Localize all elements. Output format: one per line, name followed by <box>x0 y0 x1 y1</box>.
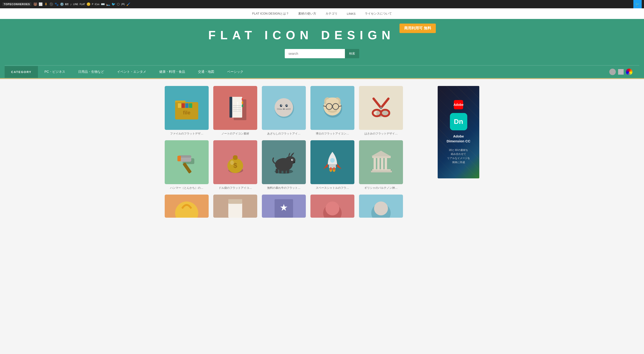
svg-point-21 <box>280 104 282 107</box>
list-item[interactable] <box>310 194 354 218</box>
svg-line-41 <box>381 99 388 108</box>
hero-title: FLAT ICON DESIGN <box>208 28 395 42</box>
hero-badge[interactable]: 商用利用可 無料 <box>400 23 436 33</box>
icon-smiley[interactable]: 😊 <box>86 2 90 6</box>
ad-block[interactable]: Adobe Dn Adobe Dimension CC 2Dと3Dの素材を 組み… <box>438 86 479 178</box>
list-item[interactable]: ギリシャのパルテノン神… <box>359 140 403 190</box>
svg-rect-62 <box>279 169 282 173</box>
icon-label: ハンマー（とんかち）の… <box>170 186 203 190</box>
category-bar: CATEGORY PC・ビジネス 日用品・生物など イベント・エンタメ 健康・料… <box>5 65 639 78</box>
category-basic[interactable]: ベーシック <box>221 66 250 78</box>
category-label[interactable]: CATEGORY <box>5 66 38 78</box>
svg-rect-61 <box>276 169 278 173</box>
icon-bear[interactable]: 🐻 <box>33 2 37 6</box>
nav-links[interactable]: LINKS <box>347 12 356 15</box>
icon-dot[interactable]: ⚫ <box>49 2 53 6</box>
category-pc[interactable]: PC・ビジネス <box>38 66 72 78</box>
icon-bird[interactable]: 🐦 <box>112 2 116 6</box>
icon-ec[interactable]: EC <box>65 3 69 5</box>
svg-point-23 <box>281 105 282 106</box>
twitter-icon: 🐦 <box>635 2 640 6</box>
category-transport[interactable]: 交通・地図 <box>192 66 221 78</box>
icon-music[interactable]: ♪ <box>70 2 72 6</box>
twitter-button[interactable]: 🐦 <box>633 0 642 8</box>
svg-point-57 <box>285 156 296 165</box>
icon-grid: file ファイルのフラットデザ… No <box>165 86 433 218</box>
icon-label: スペースシャトルのフラ… <box>316 186 349 190</box>
svg-rect-63 <box>283 169 286 173</box>
icon-game[interactable]: 🎮 <box>121 2 125 6</box>
icon-thumb-notebook: NoteBook <box>213 86 257 130</box>
adobe-logo-small: Adobe <box>454 100 463 109</box>
category-daily[interactable]: 日用品・生物など <box>72 66 110 78</box>
svg-rect-66 <box>329 164 336 168</box>
list-item[interactable]: ハンマー（とんかち）の… <box>165 140 209 190</box>
nav-category[interactable]: カテゴリ <box>326 11 338 16</box>
color-options <box>609 69 639 75</box>
list-item[interactable]: あざらしのフラットアイ… <box>262 86 306 136</box>
svg-rect-49 <box>178 156 181 161</box>
svg-rect-4 <box>182 103 185 108</box>
icon-thumb-scissors <box>359 86 403 130</box>
svg-point-88 <box>374 201 388 215</box>
svg-text:★: ★ <box>280 202 288 213</box>
icon-thumb-partial5 <box>359 194 403 218</box>
category-event[interactable]: イベント・エンタメ <box>110 66 153 78</box>
svg-rect-73 <box>371 171 392 172</box>
search-wrap: 検索 <box>5 49 639 58</box>
icon-flat[interactable]: FLAT <box>80 3 85 5</box>
list-item[interactable]: NoteBook ノートのアイコン素材 <box>213 86 257 136</box>
list-item[interactable]: ★ <box>262 194 306 218</box>
svg-line-40 <box>374 99 381 108</box>
list-item[interactable] <box>165 194 209 218</box>
search-button[interactable]: 検索 <box>345 49 359 58</box>
list-item[interactable] <box>213 194 257 218</box>
search-input[interactable] <box>285 49 345 58</box>
icon-paw[interactable]: 🐾 <box>54 2 58 6</box>
icon-p[interactable]: P <box>92 3 94 5</box>
hero-section: FLAT ICON DESIGN 商用利用可 無料 検索 CATEGORY PC… <box>0 19 644 78</box>
icon-icon[interactable]: iCon <box>95 3 100 5</box>
list-item[interactable]: 博士のフラットアイコン… <box>310 86 354 136</box>
svg-point-80 <box>175 201 198 218</box>
nav-usage[interactable]: 素材の使い方 <box>298 11 316 16</box>
icon-keyboard[interactable]: ⌨️ <box>101 2 105 6</box>
icon-brush[interactable]: 🖌️ <box>126 2 130 6</box>
svg-point-70 <box>333 167 335 170</box>
list-item[interactable]: file ファイルのフラットデザ… <box>165 86 209 136</box>
icon-label: ファイルのフラットデザ… <box>170 132 203 136</box>
icon-gear[interactable]: ⚙️ <box>60 2 64 6</box>
icon-copy[interactable]: ⬜ <box>39 2 42 6</box>
svg-text:NoteBook: NoteBook <box>236 102 239 112</box>
icon-hexagon[interactable]: ⬡ <box>117 2 120 6</box>
svg-point-65 <box>330 158 335 163</box>
list-item[interactable]: はさみのフラットデザイ… <box>359 86 403 136</box>
icon-line[interactable]: LINE <box>73 3 78 5</box>
icon-label: 無料の暴れ牛のフラット… <box>267 186 300 190</box>
list-item[interactable]: スペースシャトルのフラ… <box>310 140 354 190</box>
list-item[interactable]: $ ドル袋のフラットアイコ… <box>213 140 257 190</box>
svg-rect-10 <box>230 97 232 118</box>
brand-name[interactable]: TOPECONHEROES <box>2 2 32 6</box>
dn-logo: Dn <box>450 113 467 130</box>
svg-point-86 <box>326 201 339 215</box>
color-option-light[interactable] <box>618 69 624 75</box>
color-option-gray[interactable] <box>609 69 616 75</box>
color-option-multi[interactable] <box>626 69 632 75</box>
icon-figure[interactable]: 🧍 <box>44 2 48 6</box>
icon-bed[interactable]: 🛏️ <box>106 2 110 6</box>
svg-point-24 <box>286 105 287 106</box>
icon-label: ギリシャのパルテノン神… <box>364 186 398 190</box>
svg-marker-79 <box>371 151 391 156</box>
icon-thumb-bull <box>262 140 306 184</box>
list-item[interactable] <box>359 194 403 218</box>
category-health[interactable]: 健康・料理・食品 <box>153 66 192 78</box>
top-bar: TOPECONHEROES 🐻 ⬜ 🧍 ⚫ 🐾 ⚙️ EC ♪ LINE FLA… <box>0 0 644 8</box>
svg-rect-64 <box>287 169 289 173</box>
secondary-nav: FLAT ICON DESIGNとは？ 素材の使い方 カテゴリ LINKS ライ… <box>0 8 644 19</box>
icon-label: ノートのアイコン素材 <box>222 132 249 136</box>
svg-point-44 <box>380 107 382 109</box>
list-item[interactable]: 無料の暴れ牛のフラット… <box>262 140 306 190</box>
nav-license[interactable]: ライセンスについて <box>365 11 392 16</box>
nav-about[interactable]: FLAT ICON DESIGNとは？ <box>252 11 289 16</box>
